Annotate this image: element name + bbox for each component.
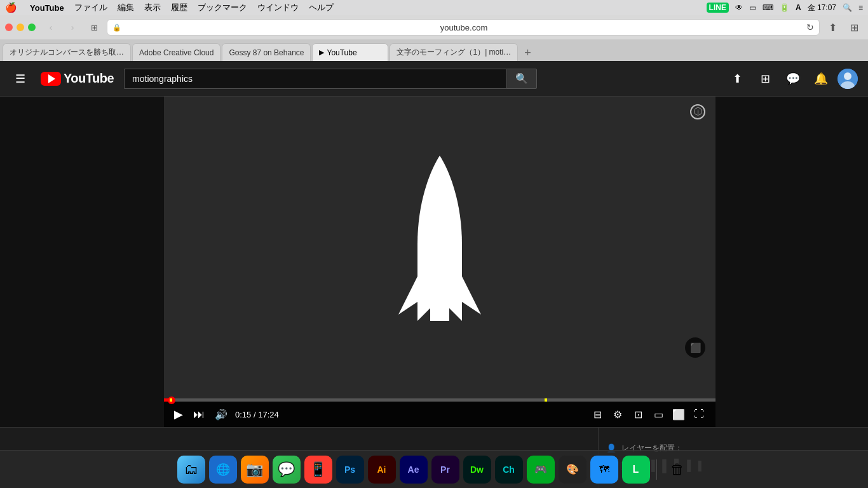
dock-app-blue2[interactable]: 🗺 <box>590 456 618 484</box>
tab-0[interactable]: オリジナルコンバースを勝ち取れ！「MAX CHAL... <box>3 43 131 61</box>
dock-after-effects[interactable]: Ae <box>400 456 428 484</box>
controls-right: ⊟ ⚙ ⊡ ▭ ⬜ ⛶ <box>588 405 708 423</box>
dock-app-green[interactable]: 💬 <box>273 456 301 484</box>
menu-history[interactable]: 履歴 <box>171 2 187 13</box>
menu-edit[interactable]: 編集 <box>118 2 134 13</box>
minimize-window-button[interactable] <box>17 24 24 31</box>
back-button[interactable]: ‹ <box>42 20 60 34</box>
menu-help[interactable]: ヘルプ <box>309 2 334 13</box>
subtitles-button[interactable]: ⊟ <box>588 405 606 423</box>
dock-finder[interactable]: 🗂 <box>177 456 205 484</box>
dock-separator <box>656 459 657 480</box>
dock-app-teal[interactable]: 🎮 <box>527 456 555 484</box>
pip-button[interactable]: ⬜ <box>670 405 688 423</box>
menu-file[interactable]: ファイル <box>74 2 107 13</box>
battery-icon: 🔋 <box>780 3 789 12</box>
dock-app-red[interactable]: 📱 <box>304 456 332 484</box>
tab-label-3: YouTube <box>327 48 356 57</box>
dock-character-animator[interactable]: Ch <box>495 456 523 484</box>
dock-premiere[interactable]: Pr <box>431 456 459 484</box>
toolbar: ‹ › ⊞ 🔒 youtube.com ↻ ⬆ ⊞ <box>0 15 868 39</box>
rocket-graphic <box>392 149 487 346</box>
maximize-window-button[interactable] <box>28 24 36 31</box>
tab-overview-button[interactable]: ⊞ <box>85 20 103 34</box>
menubar: 🍎 YouTube ファイル 編集 表示 履歴 ブックマーク ウインドウ ヘルプ… <box>0 0 868 15</box>
tab-label-1: Adobe Creative Cloud <box>139 48 214 57</box>
youtube-logo-icon <box>41 72 61 86</box>
tab-3-youtube[interactable]: ▶ YouTube <box>312 43 388 61</box>
apps-button[interactable]: ⊞ <box>754 67 776 90</box>
browser-chrome: ‹ › ⊞ 🔒 youtube.com ↻ ⬆ ⊞ オリジナルコンバースを勝ち取… <box>0 15 868 61</box>
reload-button[interactable]: ↻ <box>806 22 814 32</box>
menu-view[interactable]: 表示 <box>144 2 161 13</box>
youtube-header: ☰ YouTube 🔍 ⬆ ⊞ 💬 🔔 <box>0 61 868 97</box>
close-window-button[interactable] <box>5 24 13 31</box>
play-button[interactable]: ▶ <box>172 405 186 424</box>
dock-app-green2[interactable]: L <box>622 456 650 484</box>
apple-menu[interactable]: 🍎 <box>5 2 17 13</box>
display-icon: ▭ <box>749 3 756 12</box>
dock-illustrator[interactable]: Ai <box>368 456 396 484</box>
youtube-logo[interactable]: YouTube <box>41 71 114 86</box>
tab-label-4: 文字のモーフィング（1）| motiondesign81 <box>397 47 511 58</box>
time-display: 0:15 / 17:24 <box>235 410 279 419</box>
youtube-play-icon <box>48 74 55 83</box>
lock-icon: 🔒 <box>112 24 121 32</box>
dock-photoshop[interactable]: Ps <box>336 456 364 484</box>
font-icon: A <box>796 3 801 12</box>
youtube-app: ☰ YouTube 🔍 ⬆ ⊞ 💬 🔔 <box>0 61 868 488</box>
video-player[interactable]: ⓘ ⬛ ▶ ⏭ 🔊 0:15 / <box>164 97 715 427</box>
menu-window[interactable]: ウインドウ <box>257 2 299 13</box>
line-icon: LINE <box>707 3 729 13</box>
video-content: ⓘ ⬛ <box>164 97 715 398</box>
end-screen-button[interactable]: ⬛ <box>685 337 705 358</box>
search-button[interactable]: 🔍 <box>506 69 537 89</box>
dock-app-dark[interactable]: 🎨 <box>559 456 587 484</box>
tab-4[interactable]: 文字のモーフィング（1）| motiondesign81 <box>390 43 518 61</box>
url-text: youtube.com <box>125 23 803 32</box>
chapter-marker-2 <box>545 398 547 402</box>
progress-bar[interactable] <box>164 398 715 402</box>
tab-1[interactable]: Adobe Creative Cloud <box>132 43 220 61</box>
search-container: 🔍 <box>124 69 537 89</box>
app-name[interactable]: YouTube <box>30 3 64 13</box>
forward-button[interactable]: › <box>64 20 81 34</box>
bluetooth-icon: ⌨ <box>763 3 773 12</box>
hamburger-menu-icon[interactable]: ☰ <box>10 67 31 91</box>
controls-bar: ▶ ⏭ 🔊 0:15 / 17:24 ⊟ ⚙ ⊡ ▭ ⬜ ⛶ <box>164 402 715 427</box>
svg-point-1 <box>844 72 851 80</box>
miniplayer-button[interactable]: ⊡ <box>629 405 647 423</box>
menu-bookmarks[interactable]: ブックマーク <box>198 2 247 13</box>
dock: 🗂 🌐 📷 💬 📱 Ps Ai Ae Pr Dw Ch 🎮 🎨 🗺 L 🗑 <box>0 450 868 488</box>
upload-button[interactable]: ⬆ <box>726 67 749 90</box>
new-tab-button[interactable]: ⊞ <box>845 20 863 34</box>
dock-dreamweaver[interactable]: Dw <box>463 456 491 484</box>
dock-app-orange[interactable]: 📷 <box>241 456 269 484</box>
traffic-lights <box>5 24 36 31</box>
volume-button[interactable]: 🔊 <box>212 406 230 423</box>
menu-icon[interactable]: ≡ <box>858 3 863 12</box>
tab-2[interactable]: Gossy 87 on Behance <box>222 43 311 61</box>
theater-button[interactable]: ▭ <box>649 405 667 423</box>
fullscreen-button[interactable]: ⛶ <box>690 405 708 423</box>
header-right: ⬆ ⊞ 💬 🔔 <box>726 67 858 90</box>
dock-trash[interactable]: 🗑 <box>663 456 691 484</box>
tab-label-2: Gossy 87 on Behance <box>229 48 304 57</box>
user-avatar[interactable] <box>837 69 858 89</box>
chat-button[interactable]: 💬 <box>782 67 804 90</box>
dock-app-blue1[interactable]: 🌐 <box>209 456 237 484</box>
info-button[interactable]: ⓘ <box>690 104 705 119</box>
address-bar[interactable]: 🔒 youtube.com ↻ <box>107 19 820 36</box>
notifications-button[interactable]: 🔔 <box>810 67 832 90</box>
clock: 金 17:07 <box>808 3 836 13</box>
tabs-bar: オリジナルコンバースを勝ち取れ！「MAX CHAL... Adobe Creat… <box>0 39 868 61</box>
left-sidebar <box>0 97 164 427</box>
new-tab-plus-button[interactable]: + <box>519 44 536 61</box>
share-button[interactable]: ⬆ <box>824 20 841 34</box>
next-button[interactable]: ⏭ <box>191 405 207 424</box>
search-icon[interactable]: 🔍 <box>843 3 852 12</box>
youtube-logo-text: YouTube <box>64 71 114 86</box>
tab-label-0: オリジナルコンバースを勝ち取れ！「MAX CHAL... <box>10 47 124 58</box>
settings-button[interactable]: ⚙ <box>609 405 627 423</box>
search-input[interactable] <box>124 69 506 89</box>
